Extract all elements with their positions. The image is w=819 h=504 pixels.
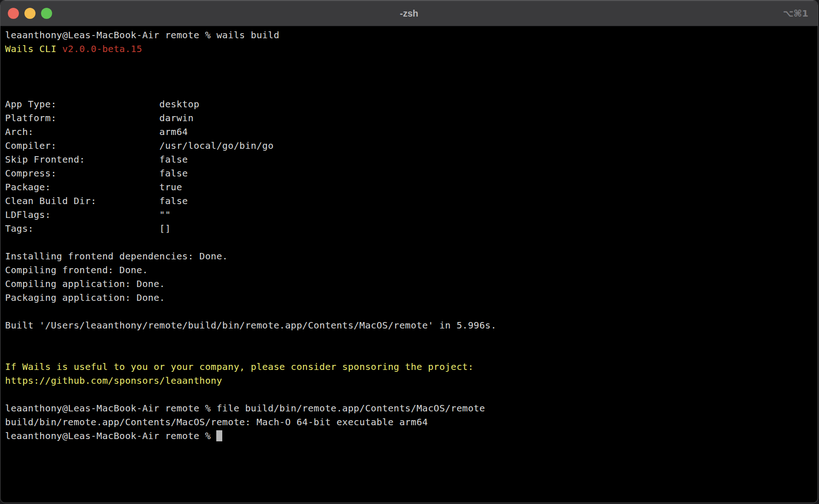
terminal-line: Package: true [5,180,813,194]
terminal-text-segment: Compiling application: Done. [5,278,165,289]
terminal-line [5,387,813,401]
window-title: -zsh [0,0,818,26]
terminal-text-segment: Compiler: /usr/local/go/bin/go [5,140,273,151]
terminal-line: leaanthony@Leas-MacBook-Air remote % [5,429,813,443]
terminal-text-segment: If Wails is useful to you or your compan… [5,361,474,372]
terminal-line [5,70,813,83]
terminal-screen[interactable]: leaanthony@Leas-MacBook-Air remote % wai… [0,26,818,443]
terminal-text-segment: Installing frontend dependencies: Done. [5,251,228,262]
terminal-text-segment: leaanthony@Leas-MacBook-Air remote % wai… [5,29,279,41]
terminal-window: -zsh ⌥⌘1 leaanthony@Leas-MacBook-Air rem… [0,0,818,503]
terminal-line [5,56,813,70]
titlebar[interactable]: -zsh ⌥⌘1 [0,0,818,26]
terminal-line [5,83,813,97]
keyboard-shortcut-badge: ⌥⌘1 [783,0,808,26]
terminal-line [5,305,813,318]
terminal-text-segment: Tags: [] [5,223,171,234]
terminal-line: build/bin/remote.app/Contents/MacOS/remo… [5,415,813,429]
terminal-text-segment: Wails CLI [5,43,62,54]
terminal-line: Compiler: /usr/local/go/bin/go [5,139,813,152]
terminal-line [5,235,813,249]
terminal-line: Skip Frontend: false [5,152,813,166]
terminal-text-segment: Arch: arm64 [5,126,188,137]
terminal-line: Tags: [] [5,222,813,235]
terminal-text-segment: Compiling frontend: Done. [5,264,148,275]
terminal-line: LDFlags: "" [5,208,813,222]
terminal-text-segment: build/bin/remote.app/Contents/MacOS/remo… [5,416,428,428]
terminal-text-segment: Skip Frontend: false [5,154,188,165]
terminal-text-segment: Built '/Users/leaanthony/remote/build/bi… [5,320,497,331]
terminal-line: https://github.com/sponsors/leaanthony [5,374,813,387]
terminal-text-segment: Platform: darwin [5,112,194,123]
terminal-line: If Wails is useful to you or your compan… [5,360,813,374]
terminal-text-segment: App Type: desktop [5,99,199,110]
terminal-line: Compiling frontend: Done. [5,263,813,277]
terminal-text-segment: leaanthony@Leas-MacBook-Air remote % [5,430,216,441]
terminal-line: Built '/Users/leaanthony/remote/build/bi… [5,318,813,332]
terminal-line: leaanthony@Leas-MacBook-Air remote % fil… [5,401,813,415]
terminal-text-segment: Packaging application: Done. [5,292,165,303]
terminal-text-segment: LDFlags: "" [5,209,171,220]
terminal-line: Compiling application: Done. [5,277,813,291]
terminal-line: App Type: desktop [5,97,813,111]
terminal-cursor [216,430,222,441]
terminal-line: Platform: darwin [5,111,813,125]
terminal-line: leaanthony@Leas-MacBook-Air remote % wai… [5,28,813,42]
terminal-text-segment: Package: true [5,182,182,193]
terminal-line: Arch: arm64 [5,125,813,139]
terminal-line: Clean Build Dir: false [5,194,813,208]
terminal-line: Packaging application: Done. [5,291,813,305]
terminal-text-segment: v2.0.0-beta.15 [62,43,142,54]
terminal-text-segment: leaanthony@Leas-MacBook-Air remote % fil… [5,403,485,414]
terminal-text-segment: Clean Build Dir: false [5,195,188,206]
terminal-line [5,346,813,360]
terminal-line: Installing frontend dependencies: Done. [5,249,813,263]
terminal-text-segment: Compress: false [5,168,188,179]
terminal-line: Compress: false [5,166,813,180]
terminal-line [5,332,813,346]
terminal-text-segment: https://github.com/sponsors/leaanthony [5,375,222,386]
terminal-line: Wails CLI v2.0.0-beta.15 [5,42,813,56]
